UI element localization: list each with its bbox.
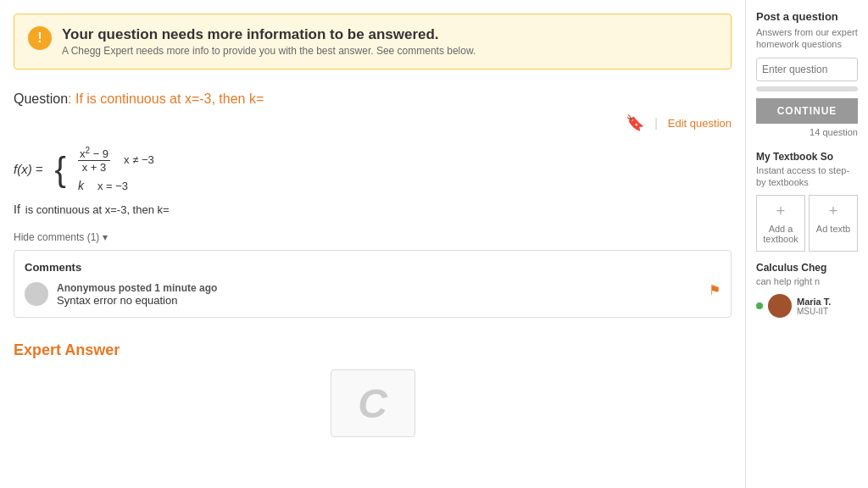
if-label: If	[14, 202, 20, 216]
calculus-title: Calculus Cheg	[756, 262, 858, 274]
fx-label: f(x) =	[14, 162, 43, 176]
tutor-school: MSU-IIT	[797, 307, 831, 316]
textbook-buttons: + Add a textbook + Ad textb	[756, 195, 858, 252]
online-indicator	[756, 302, 763, 309]
add-textbook-label-2: Ad textb	[816, 224, 850, 234]
calculus-section: Calculus Cheg can help right n Maria T. …	[756, 262, 858, 318]
comment-avatar	[25, 282, 48, 306]
actions-row: 🔖 | Edit question	[0, 107, 745, 139]
sidebar: Post a question Answers from our expert …	[745, 0, 868, 488]
denominator: x + 3	[81, 161, 108, 174]
question-section: Question: If is continuous at x=-3, then…	[0, 83, 745, 107]
warning-icon: !	[28, 26, 52, 50]
plus-icon-2: +	[829, 202, 838, 220]
divider: |	[654, 116, 658, 130]
post-question-section: Post a question Answers from our expert …	[756, 10, 858, 137]
formula-area: f(x) = { x2 − 9 x + 3 x ≠ −3 k x = −3 If…	[0, 139, 745, 226]
warning-banner: ! Your question needs more information t…	[14, 14, 732, 69]
add-textbook-label-1: Add a textbook	[760, 224, 801, 244]
piece-2-value: k	[78, 179, 84, 192]
piecewise-row-2: k x = −3	[78, 179, 154, 192]
warning-text-block: Your question needs more information to …	[62, 26, 476, 57]
chegg-c-icon: C	[358, 380, 387, 427]
tutor-avatar	[768, 294, 792, 318]
comments-box: Comments Anonymous posted 1 minute ago S…	[14, 250, 732, 318]
textbook-title: My Textbook So	[756, 151, 858, 163]
tutor-name: Maria T.	[797, 297, 831, 307]
chegg-logo-placeholder: C	[331, 369, 415, 437]
comment-text: Syntax error no equation	[57, 294, 217, 307]
add-textbook-btn-2[interactable]: + Ad textb	[809, 195, 858, 252]
hide-comments-link[interactable]: Hide comments (1) ▾	[14, 231, 108, 243]
question-text: : If is continuous at x=-3, then k=	[68, 92, 264, 106]
post-question-subtitle: Answers from our expert homework questio…	[756, 26, 858, 51]
main-content: ! Your question needs more information t…	[0, 0, 745, 488]
formula-display: f(x) = { x2 − 9 x + 3 x ≠ −3 k x = −3	[14, 139, 732, 199]
left-brace: {	[55, 152, 66, 186]
hide-comments-row: Hide comments (1) ▾	[0, 226, 745, 250]
question-label: Question: If is continuous at x=-3, then…	[14, 92, 264, 106]
questions-count: 14 question	[756, 127, 858, 137]
expert-answer-section: Expert Answer C	[0, 331, 745, 447]
condition-1: x ≠ −3	[124, 153, 154, 166]
condition-2: x = −3	[97, 180, 128, 192]
comment-meta: Anonymous posted 1 minute ago	[57, 282, 217, 294]
numerator: x2 − 9	[78, 146, 110, 161]
piecewise: x2 − 9 x + 3 x ≠ −3 k x = −3	[78, 146, 154, 192]
tutor-row: Maria T. MSU-IIT	[756, 294, 858, 318]
add-textbook-btn-1[interactable]: + Add a textbook	[756, 195, 805, 252]
fraction: x2 − 9 x + 3	[78, 146, 110, 174]
continuous-text: is continuous at x=-3, then k=	[25, 203, 170, 216]
question-input[interactable]	[756, 58, 858, 81]
comment-body: Anonymous posted 1 minute ago Syntax err…	[57, 282, 217, 307]
plus-icon-1: +	[776, 202, 786, 220]
post-question-title: Post a question	[756, 10, 858, 23]
continue-button[interactable]: CONTINUE	[756, 98, 858, 124]
warning-title: Your question needs more information to …	[62, 26, 476, 43]
piecewise-row-1: x2 − 9 x + 3 x ≠ −3	[78, 146, 154, 174]
expert-answer-title: Expert Answer	[14, 341, 732, 359]
comments-title: Comments	[25, 261, 721, 274]
edit-question-link[interactable]: Edit question	[668, 117, 732, 130]
textbook-section: My Textbook So Instant access to step-by…	[756, 151, 858, 252]
tutor-info: Maria T. MSU-IIT	[797, 297, 831, 316]
if-continuous-line: If is continuous at x=-3, then k=	[14, 199, 732, 219]
flag-icon[interactable]: ⚑	[709, 282, 721, 298]
warning-subtitle: A Chegg Expert needs more info to provid…	[62, 45, 476, 57]
calculus-text: can help right n	[756, 275, 858, 287]
comment-item: Anonymous posted 1 minute ago Syntax err…	[25, 282, 721, 307]
bookmark-icon[interactable]: 🔖	[626, 114, 644, 132]
textbook-subtitle: Instant access to step-by textbooks	[756, 164, 858, 189]
sidebar-scrollbar	[756, 86, 858, 92]
